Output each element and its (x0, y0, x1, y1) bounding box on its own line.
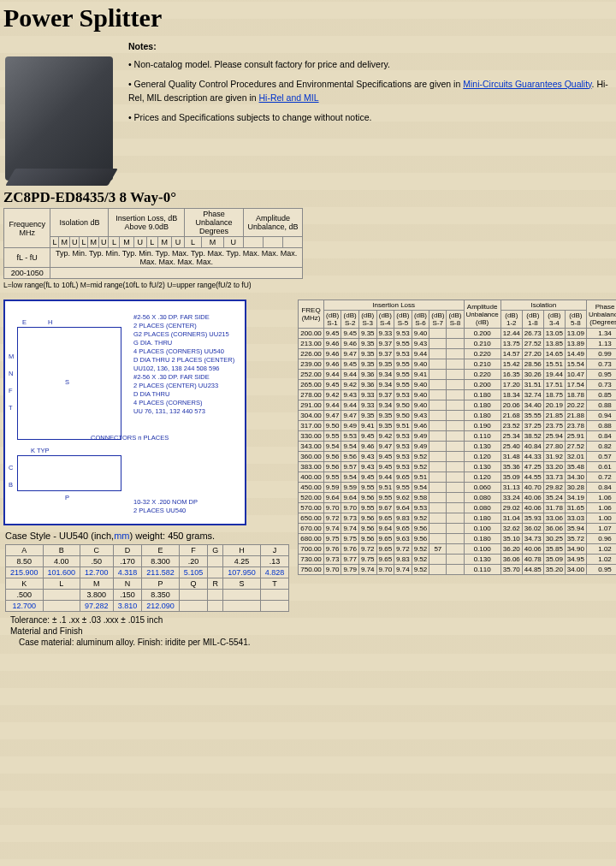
notes-heading: Notes: (128, 39, 611, 54)
note-3: Prices and Specifications subjects to ch… (128, 110, 611, 125)
link-quality[interactable]: Mini-Circuits Guarantees Quality (463, 79, 591, 89)
product-image (5, 56, 113, 181)
model-line: ZC8PD-ED8435/3 8 Way-0° (3, 189, 613, 206)
notes-section: Notes: Non-catalog model. Please consult… (128, 39, 611, 181)
dimension-table: ABCDEFGHJ 8.504.00.50.1708.300.204.25.13… (5, 544, 289, 612)
note-2: General Quality Control Procedures and E… (128, 77, 611, 106)
tolerance-line: Tolerance: ± .1 .xx ± .03 .xxx ± .015 in… (10, 615, 284, 625)
matfin-heading: Material and Finish (10, 626, 284, 636)
mechanical-drawing: #2-56 X .30 DP. FAR SIDE 2 PLACES (CENTE… (3, 300, 246, 525)
performance-data-table: FREQ (MHz)Insertion LossAmplitude Unbala… (298, 300, 616, 575)
range-legend: L=low range(fL to 10fL) M=mid range(10fL… (3, 281, 613, 289)
case-style-line: Case Style - UU540 (inch,mm) weight: 450… (5, 531, 289, 541)
link-hirel[interactable]: Hi-Rel and MIL (259, 92, 319, 103)
spec-header-table: Frequency MHz Isolation dB Insertion Los… (3, 208, 303, 279)
case-material: Case material: aluminum alloy. Finish: i… (10, 638, 284, 647)
page-title: Power Splitter (3, 3, 616, 33)
note-1: Non-catalog model. Please consult factor… (128, 57, 611, 72)
